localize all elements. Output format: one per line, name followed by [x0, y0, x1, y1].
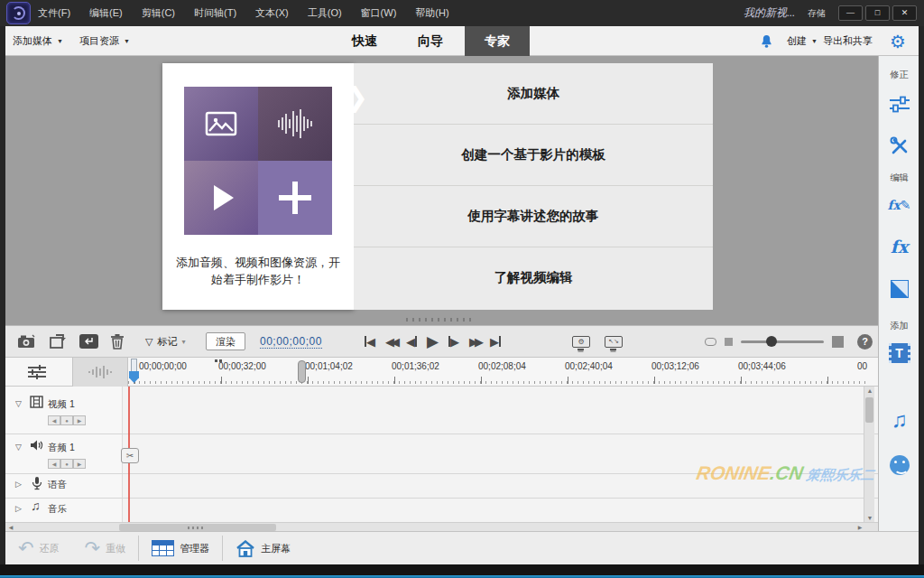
- adjust-button[interactable]: [879, 96, 919, 117]
- speaker-icon: [30, 439, 44, 455]
- go-to-start-button[interactable]: ◀: [365, 336, 375, 348]
- audio-waveform-toggle[interactable]: [72, 358, 128, 387]
- render-button[interactable]: 渲染: [206, 332, 245, 350]
- step-forward-button[interactable]: ▶: [448, 336, 459, 348]
- menu-tools[interactable]: 工具(O): [308, 6, 342, 20]
- ruler-label: 00;02;40;04: [565, 361, 613, 371]
- add-keyframe-button[interactable]: ●: [60, 459, 73, 469]
- prev-keyframe-button[interactable]: ◀: [48, 415, 60, 425]
- help-button[interactable]: ?: [857, 334, 873, 350]
- vertical-scroll-thumb[interactable]: [865, 397, 873, 423]
- menu-help[interactable]: 帮助(H): [415, 6, 448, 20]
- home-button[interactable]: 主屏幕: [223, 532, 303, 564]
- project-title: 我的新视...: [744, 5, 795, 21]
- split-clip-button[interactable]: ✂: [121, 448, 139, 463]
- settings-button[interactable]: ⚙: [890, 26, 906, 56]
- timeline-ruler[interactable]: 00;00;00;00 00;00;32;00 00;01;04;02 00;0…: [128, 358, 869, 387]
- effects-button[interactable]: fx: [879, 237, 919, 256]
- menu-window[interactable]: 窗口(W): [361, 6, 397, 20]
- track-label-video1[interactable]: 视频 1: [48, 398, 75, 411]
- scroll-up-arrow[interactable]: ▲: [864, 387, 875, 394]
- next-edit-button[interactable]: ▶▶: [469, 336, 480, 348]
- menu-text[interactable]: 文本(X): [255, 6, 289, 20]
- create-dropdown[interactable]: 创建 ▼: [787, 26, 818, 56]
- undo-button[interactable]: ↶ 还原: [5, 532, 72, 564]
- zoom-slider-thumb[interactable]: [766, 336, 777, 347]
- organizer-button[interactable]: 管理器: [139, 532, 222, 564]
- add-media-dropdown[interactable]: 添加媒体 ▼: [13, 26, 63, 56]
- close-button[interactable]: ✕: [892, 5, 917, 21]
- playhead-pole[interactable]: [131, 359, 137, 372]
- vertical-scrollbar[interactable]: ▲ ▼: [864, 387, 874, 522]
- next-keyframe-button[interactable]: ▶: [73, 415, 86, 425]
- menu-timeline[interactable]: 时间轴(T): [194, 6, 236, 20]
- graphics-button[interactable]: [879, 455, 919, 479]
- menu-edit[interactable]: 编辑(E): [89, 6, 123, 20]
- music-button[interactable]: ♫: [879, 410, 919, 431]
- tab-guided[interactable]: 向导: [404, 26, 457, 56]
- transitions-button[interactable]: [879, 280, 919, 302]
- tab-expert[interactable]: 专家: [465, 26, 530, 56]
- work-area-marker[interactable]: [215, 359, 223, 362]
- scroll-down-arrow[interactable]: ▼: [864, 515, 875, 521]
- redo-button[interactable]: ↷ 重做: [72, 532, 139, 564]
- zoom-small-icon[interactable]: [725, 338, 733, 346]
- export-share-button[interactable]: 导出和共享: [823, 26, 873, 56]
- save-button[interactable]: 存储: [808, 7, 826, 20]
- watermark-text: 策熙乐乐二: [806, 467, 876, 482]
- menu-clip[interactable]: 剪辑(C): [142, 6, 175, 20]
- play-button[interactable]: ▶: [427, 334, 439, 350]
- track-label-audio1[interactable]: 音频 1: [48, 442, 75, 454]
- option-add-media[interactable]: 添加媒体: [354, 63, 713, 125]
- ruler-label: 00;03;12;06: [651, 361, 699, 371]
- minimize-button[interactable]: —: [838, 5, 863, 21]
- image-tile: [184, 87, 258, 161]
- smart-trim-button[interactable]: [79, 326, 98, 357]
- snapshot-button[interactable]: [17, 326, 36, 357]
- expand-music-toggle[interactable]: ▷: [15, 504, 22, 513]
- expand-narration-toggle[interactable]: ▷: [15, 480, 22, 489]
- fullscreen-button[interactable]: ↖↘: [605, 326, 623, 357]
- add-keyframe-button[interactable]: ●: [60, 415, 73, 425]
- track-label-narration[interactable]: 语音: [48, 479, 67, 491]
- prev-edit-button[interactable]: ◀◀: [385, 336, 396, 348]
- prev-keyframe-button[interactable]: ◀: [48, 459, 60, 469]
- collapse-audio1-toggle[interactable]: ▽: [15, 443, 22, 452]
- step-back-button[interactable]: ◀: [406, 336, 417, 348]
- caret-down-icon: ▼: [811, 38, 818, 44]
- track-label-music[interactable]: 音乐: [48, 503, 67, 516]
- monitor-settings-button[interactable]: ⚙: [572, 326, 590, 357]
- collapse-video1-toggle[interactable]: ▽: [15, 399, 22, 408]
- zoom-out-clip-icon[interactable]: [705, 338, 716, 346]
- menu-file[interactable]: 文件(F): [38, 6, 70, 20]
- zoom-large-icon[interactable]: [832, 336, 844, 348]
- menu-bar: 文件(F) 编辑(E) 剪辑(C) 时间轴(T) 文本(X) 工具(O) 窗口(…: [38, 6, 449, 20]
- project-assets-dropdown[interactable]: 项目资源 ▼: [79, 26, 130, 56]
- horizontal-scroll-thumb[interactable]: [119, 524, 276, 531]
- option-learn-editing[interactable]: 了解视频编辑: [354, 247, 713, 308]
- transport-controls: ◀ ◀◀ ◀ ▶ ▶ ▶▶ ▶: [365, 326, 501, 357]
- timeline-zoom-controls: [705, 326, 844, 357]
- applied-effects-button[interactable]: fx✎: [879, 197, 919, 213]
- tools-button[interactable]: [879, 135, 919, 161]
- marker-dropdown[interactable]: ▽ 标记 ▾: [145, 326, 185, 357]
- titles-button[interactable]: T: [879, 343, 919, 363]
- next-keyframe-button[interactable]: ▶: [73, 459, 86, 469]
- go-to-end-button[interactable]: ▶: [490, 336, 501, 348]
- horizontal-scrollbar[interactable]: ◀ ▶: [5, 522, 878, 531]
- panel-splitter-handle[interactable]: [406, 318, 471, 322]
- timeline-tracks: ▽ 视频 1 ◀ ● ▶ ▽ 音频 1 ◀ ● ▶ ▷ 语音 ▷ ♫ 音乐: [5, 387, 878, 522]
- rotate-button[interactable]: [49, 326, 67, 357]
- maximize-button[interactable]: □: [865, 5, 890, 21]
- work-area-handle[interactable]: [298, 360, 306, 383]
- zoom-slider[interactable]: [741, 340, 824, 343]
- timecode-field[interactable]: 00;00;00;00: [260, 335, 322, 349]
- option-titles-story[interactable]: 使用字幕讲述您的故事: [354, 186, 713, 247]
- option-movie-template[interactable]: 创建一个基于影片的模板: [354, 125, 713, 186]
- track-settings-button[interactable]: [27, 364, 47, 384]
- waveform-icon: [87, 365, 114, 379]
- tab-quick[interactable]: 快速: [338, 26, 391, 56]
- plus-icon: [279, 182, 311, 214]
- notifications-button[interactable]: [760, 26, 773, 56]
- delete-button[interactable]: [110, 326, 125, 357]
